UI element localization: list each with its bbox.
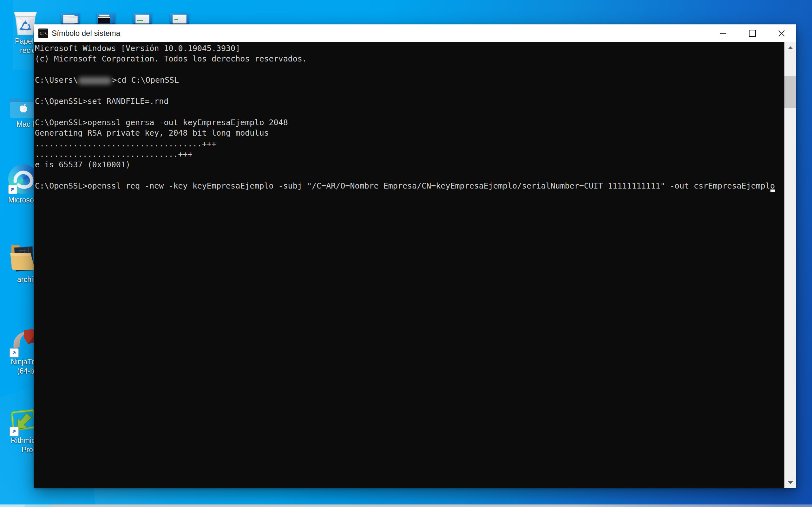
scroll-down-icon	[788, 481, 793, 484]
close-icon	[778, 30, 785, 37]
icon-label: Microsof	[8, 195, 36, 205]
shortcut-arrow-icon	[9, 348, 19, 357]
console-line: (c) Microsoft Corporation. Todos los der…	[35, 54, 784, 64]
maximize-button[interactable]	[738, 24, 767, 42]
mini-window-explorer-1[interactable]	[61, 13, 80, 25]
console-line: C:\Users\>cd C:\OpenSSL	[35, 75, 784, 85]
console-line	[35, 64, 784, 75]
titlebar[interactable]: C:\. Símbolo del sistema	[34, 24, 796, 42]
minimize-icon	[720, 33, 726, 34]
icon-label: Rithmic	[11, 436, 35, 445]
scroll-down-button[interactable]	[784, 477, 796, 488]
icon-label: recic	[20, 46, 36, 55]
maximize-icon	[749, 30, 756, 37]
icon-label: archi	[17, 275, 33, 284]
console-line: C:\OpenSSL>openssl genrsa -out keyEmpres…	[35, 117, 784, 128]
icon-label: (64-b	[17, 367, 34, 376]
scrollbar-thumb[interactable]	[784, 76, 796, 108]
mini-window-explorer-3[interactable]	[170, 13, 189, 25]
console-line: ..............................+++	[35, 149, 784, 159]
console-line	[35, 170, 784, 181]
console-line	[35, 107, 784, 117]
console-line: Generating RSA private key, 2048 bit lon…	[35, 128, 784, 138]
text-cursor	[770, 183, 775, 191]
redacted-username	[78, 77, 111, 84]
console-line: C:\OpenSSL>openssl req -new -key keyEmpr…	[35, 181, 784, 191]
close-button[interactable]	[767, 24, 796, 42]
minimize-button[interactable]	[709, 24, 738, 42]
scrollbar[interactable]	[784, 42, 796, 488]
console-line: e is 65537 (0x10001)	[35, 159, 784, 170]
mini-window-console[interactable]	[97, 13, 115, 25]
shortcut-arrow-icon	[8, 185, 17, 194]
cmd-icon: C:\.	[38, 29, 48, 38]
console-line: C:\OpenSSL>set RANDFILE=.rnd	[35, 96, 784, 107]
console-output[interactable]: Microsoft Windows [Versión 10.0.19045.39…	[34, 42, 784, 488]
console-line: ...................................+++	[35, 138, 784, 149]
taskbar-edge[interactable]	[0, 504, 812, 507]
mini-window-explorer-2[interactable]	[133, 13, 152, 25]
scroll-up-button[interactable]	[784, 42, 796, 53]
taskbar-start-glow	[25, 504, 51, 507]
shortcut-arrow-icon	[9, 427, 19, 436]
console-line: Microsoft Windows [Versión 10.0.19045.39…	[35, 43, 784, 54]
icon-label: Pro	[21, 445, 33, 454]
cmd-window: C:\. Símbolo del sistema Microsoft Windo…	[34, 24, 796, 488]
console-line	[35, 86, 784, 96]
window-title: Símbolo del sistema	[52, 29, 120, 38]
scroll-up-icon	[788, 46, 793, 49]
